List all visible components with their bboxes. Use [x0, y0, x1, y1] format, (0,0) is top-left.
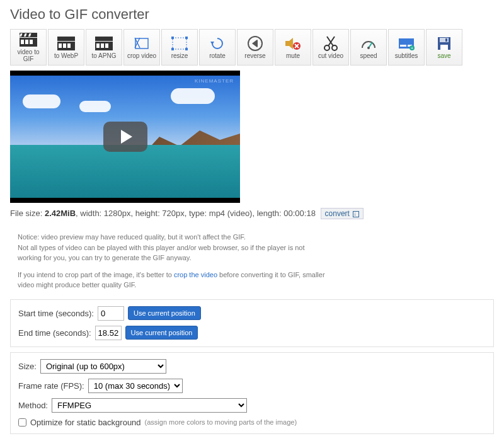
start-time-label: Start time (seconds):	[18, 309, 94, 318]
svg-rect-21	[185, 37, 188, 39]
tool-label: cut video	[318, 52, 343, 59]
size-label: Size:	[18, 362, 37, 371]
tool-rotate[interactable]: rotate	[199, 29, 236, 66]
svg-rect-10	[63, 43, 66, 48]
tool-label: crop video	[127, 52, 156, 59]
video-preview[interactable]: KINEMASTER	[10, 71, 240, 203]
method-select[interactable]: FFMPEG	[52, 398, 247, 413]
svg-marker-27	[253, 40, 258, 47]
crop-icon	[132, 36, 151, 51]
tool-label: save	[437, 52, 450, 59]
download-icon	[353, 211, 359, 217]
use-current-end-button[interactable]: Use current position	[125, 326, 198, 340]
gauge-icon	[359, 36, 378, 51]
svg-rect-35	[400, 45, 406, 47]
tool-label: subtitles	[395, 52, 418, 59]
tool-reverse[interactable]: reverse	[237, 29, 273, 66]
mute-icon	[284, 36, 302, 51]
optimize-hint: (assign more colors to moving parts of t…	[145, 418, 297, 426]
tool-label: speed	[360, 52, 377, 59]
tool-crop-video[interactable]: crop video	[123, 29, 160, 66]
tool-label: mute	[286, 52, 300, 59]
tool-subtitles[interactable]: + subtitles	[388, 29, 425, 66]
svg-marker-17	[95, 37, 113, 41]
output-settings: Size: Original (up to 600px) Frame rate …	[10, 352, 494, 434]
tool-resize[interactable]: resize	[161, 29, 198, 66]
use-current-start-button[interactable]: Use current position	[128, 306, 201, 320]
svg-rect-20	[171, 37, 174, 39]
svg-rect-3	[30, 40, 33, 44]
notice-text: Notice: video preview may have reduced q…	[10, 227, 338, 299]
tool-video-to-gif[interactable]: video to GIF	[10, 29, 47, 66]
tool-cut-video[interactable]: cut video	[312, 29, 349, 66]
convert-link[interactable]: convert	[321, 208, 364, 219]
tool-label: to WebP	[54, 52, 78, 59]
resize-icon	[170, 36, 189, 51]
size-select[interactable]: Original (up to 600px)	[40, 359, 166, 374]
svg-marker-24	[210, 42, 214, 45]
fps-label: Frame rate (FPS):	[18, 381, 84, 391]
end-time-input[interactable]	[95, 326, 122, 340]
tool-label: to APNG	[92, 52, 117, 59]
fps-select[interactable]: 10 (max 30 seconds)	[88, 379, 183, 393]
svg-rect-16	[105, 43, 108, 48]
play-button[interactable]	[103, 122, 147, 152]
time-settings: Start time (seconds): Use current positi…	[10, 299, 494, 347]
tool-to-apng[interactable]: to APNG	[86, 29, 122, 66]
toolbar: video to GIF to WebP to APNG crop video …	[10, 29, 494, 66]
tool-label: video to GIF	[12, 49, 45, 62]
floppy-icon	[435, 36, 454, 51]
svg-rect-2	[25, 40, 28, 44]
svg-text:+: +	[411, 46, 413, 50]
method-label: Method:	[18, 401, 48, 410]
watermark: KINEMASTER	[195, 78, 234, 84]
svg-rect-15	[101, 43, 104, 48]
svg-rect-41	[440, 45, 448, 50]
clapper-icon	[94, 36, 113, 51]
tool-to-webp[interactable]: to WebP	[48, 29, 84, 66]
svg-rect-23	[185, 48, 188, 50]
subtitles-icon: +	[397, 36, 416, 51]
optimize-checkbox[interactable]	[18, 418, 26, 427]
crop-video-link[interactable]: crop the video	[174, 271, 217, 278]
end-time-label: End time (seconds):	[18, 328, 91, 338]
page-title: Video to GIF converter	[10, 6, 494, 23]
tool-label: resize	[171, 52, 188, 59]
scissors-icon	[321, 36, 340, 51]
svg-rect-1	[21, 40, 24, 44]
tool-speed[interactable]: speed	[350, 29, 387, 66]
clapper-icon	[19, 32, 38, 47]
svg-rect-14	[96, 43, 100, 48]
optimize-label: Optimize for static background	[30, 418, 141, 427]
svg-rect-42	[445, 38, 447, 42]
tool-mute[interactable]: mute	[275, 29, 311, 66]
tool-label: reverse	[244, 52, 265, 59]
svg-marker-28	[285, 38, 293, 49]
clapper-icon	[57, 36, 76, 51]
tool-save[interactable]: save	[426, 29, 462, 66]
reverse-icon	[246, 36, 265, 51]
svg-rect-9	[59, 43, 62, 48]
tool-label: rotate	[209, 52, 226, 59]
svg-rect-22	[171, 48, 174, 50]
preview-water	[10, 145, 240, 198]
svg-rect-11	[67, 43, 71, 48]
svg-rect-19	[173, 38, 186, 49]
start-time-input[interactable]	[98, 306, 124, 321]
file-meta: File size: 2.42MiB, width: 1280px, heigh…	[10, 208, 494, 219]
svg-point-33	[367, 47, 370, 49]
rotate-icon	[208, 36, 227, 51]
svg-marker-12	[57, 37, 75, 41]
